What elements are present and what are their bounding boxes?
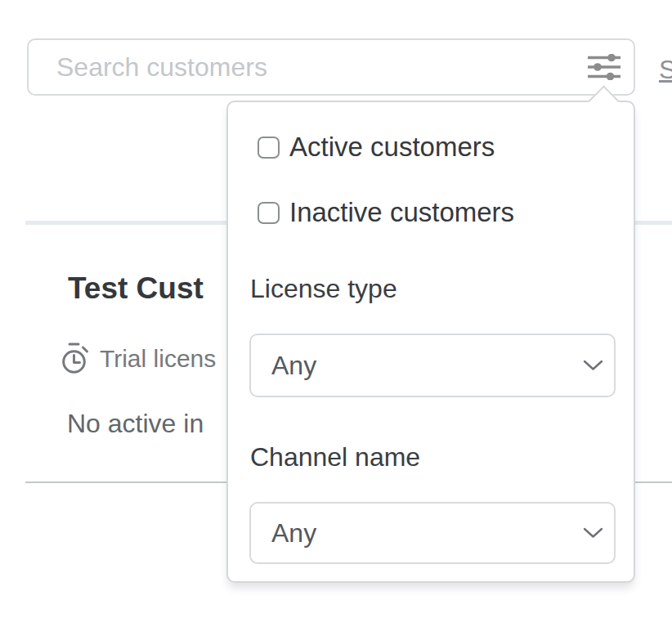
license-type-label: License type xyxy=(250,274,397,304)
customer-name: Test Cust xyxy=(68,271,204,306)
inactive-customers-label: Inactive customers xyxy=(289,197,514,228)
customer-license-row: Trial licens xyxy=(62,343,216,374)
chevron-down-icon xyxy=(583,360,603,371)
license-type-select[interactable]: Any xyxy=(249,334,616,397)
customer-status: No active in xyxy=(67,409,204,439)
popover-content: Active customers Inactive customers Lice… xyxy=(228,102,634,581)
channel-name-label: Channel name xyxy=(250,442,420,472)
channel-name-value: Any xyxy=(271,518,316,549)
sliders-icon xyxy=(587,54,621,80)
inactive-customers-checkbox[interactable] xyxy=(258,202,280,224)
sort-link[interactable]: S xyxy=(659,55,672,85)
active-customers-checkbox[interactable] xyxy=(258,137,280,159)
filter-popover: Active customers Inactive customers Lice… xyxy=(226,101,635,583)
license-type-value: Any xyxy=(271,351,316,381)
active-customers-label: Active customers xyxy=(289,132,495,163)
customers-page: S Test Cust Trial licens No active in Ac… xyxy=(0,0,672,618)
search-input[interactable] xyxy=(27,38,635,96)
channel-name-select[interactable]: Any xyxy=(249,502,616,564)
inactive-customers-option[interactable]: Inactive customers xyxy=(258,197,514,228)
timer-icon xyxy=(62,343,89,374)
search-bar xyxy=(27,38,635,96)
active-customers-option[interactable]: Active customers xyxy=(258,132,495,163)
chevron-down-icon xyxy=(583,527,603,539)
customer-license-label: Trial licens xyxy=(100,345,216,373)
filter-button[interactable] xyxy=(585,51,624,83)
